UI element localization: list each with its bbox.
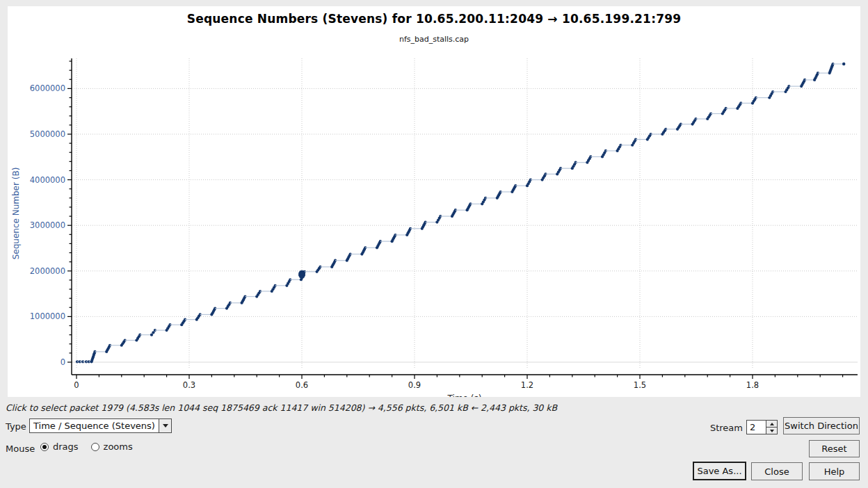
bottom-controls-panel: Click to select packet 1979 (4.583s len … bbox=[0, 398, 868, 488]
sequence-chart-plot[interactable]: 0100000020000003000000400000050000006000… bbox=[8, 6, 860, 397]
svg-text:1000000: 1000000 bbox=[30, 311, 65, 321]
radio-drags[interactable]: drags bbox=[40, 441, 79, 452]
stream-label: Stream bbox=[710, 423, 743, 433]
chart-title: Sequence Numbers (Stevens) for 10.65.200… bbox=[8, 12, 860, 26]
spin-up-icon[interactable] bbox=[766, 421, 777, 428]
radio-unselected-icon bbox=[91, 443, 99, 451]
help-button[interactable]: Help bbox=[809, 462, 860, 480]
reset-button[interactable]: Reset bbox=[809, 440, 860, 457]
chart-card: 0100000020000003000000400000050000006000… bbox=[8, 6, 860, 397]
stream-spinbox[interactable]: 2 bbox=[746, 420, 778, 434]
hint-status-text: Click to select packet 1979 (4.583s len … bbox=[6, 402, 557, 413]
stream-value: 2 bbox=[747, 421, 766, 434]
svg-text:5000000: 5000000 bbox=[30, 129, 65, 139]
svg-text:6000000: 6000000 bbox=[30, 83, 65, 93]
graph-type-dropdown[interactable]: Time / Sequence (Stevens) bbox=[29, 418, 172, 433]
mouse-mode-radio-group: drags zooms bbox=[40, 441, 133, 452]
svg-text:1.5: 1.5 bbox=[634, 380, 646, 390]
graph-type-value: Time / Sequence (Stevens) bbox=[30, 421, 159, 431]
mouse-label: Mouse bbox=[6, 444, 35, 454]
svg-text:Sequence Number (B): Sequence Number (B) bbox=[11, 168, 21, 260]
svg-text:Time (s): Time (s) bbox=[447, 393, 482, 397]
chevron-down-icon[interactable] bbox=[159, 419, 171, 432]
svg-text:0.9: 0.9 bbox=[408, 380, 421, 390]
radio-zooms[interactable]: zooms bbox=[91, 441, 133, 452]
close-button[interactable]: Close bbox=[751, 462, 803, 480]
svg-text:0: 0 bbox=[74, 380, 79, 390]
chart-subtitle: nfs_bad_stalls.cap bbox=[8, 35, 860, 44]
radio-zooms-label: zooms bbox=[104, 441, 133, 452]
svg-text:0.3: 0.3 bbox=[183, 380, 195, 390]
type-label: Type bbox=[6, 421, 26, 432]
svg-text:1.2: 1.2 bbox=[521, 380, 533, 390]
save-as-button[interactable]: Save As... bbox=[693, 462, 746, 480]
spin-down-icon[interactable] bbox=[766, 428, 777, 434]
radio-selected-icon bbox=[40, 443, 49, 451]
radio-drags-label: drags bbox=[53, 441, 79, 452]
spinner-buttons bbox=[766, 421, 777, 434]
svg-text:1.8: 1.8 bbox=[746, 380, 759, 390]
svg-text:3000000: 3000000 bbox=[30, 220, 65, 230]
svg-text:0.6: 0.6 bbox=[296, 380, 308, 390]
svg-text:4000000: 4000000 bbox=[30, 175, 65, 185]
switch-direction-button[interactable]: Switch Direction bbox=[783, 417, 860, 434]
svg-text:0: 0 bbox=[61, 357, 65, 367]
svg-text:2000000: 2000000 bbox=[30, 266, 65, 276]
